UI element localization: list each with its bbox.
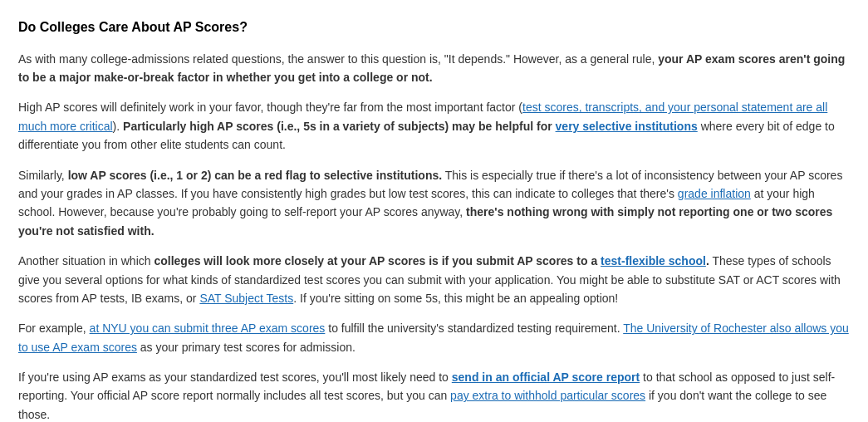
link-nyu-ap-scores[interactable]: at NYU you can submit three AP exam scor… bbox=[90, 321, 326, 335]
paragraph-1: As with many college-admissions related … bbox=[18, 50, 850, 87]
paragraph-6: If you're using AP exams as your standar… bbox=[18, 368, 850, 422]
paragraph-2: High AP scores will definitely work in y… bbox=[18, 98, 850, 154]
article-heading: Do Colleges Care About AP Scores? bbox=[18, 17, 850, 38]
link-sat-subject-tests[interactable]: SAT Subject Tests bbox=[199, 292, 293, 305]
link-withhold-particular-scores[interactable]: pay extra to withhold particular scores bbox=[450, 389, 645, 402]
link-grade-inflation[interactable]: grade inflation bbox=[678, 187, 751, 200]
paragraph-3: Similarly, low AP scores (i.e., 1 or 2) … bbox=[18, 166, 850, 241]
link-official-ap-score-report[interactable]: send in an official AP score report bbox=[452, 370, 640, 384]
paragraph-4: Another situation in which colleges will… bbox=[18, 252, 850, 307]
link-very-selective-institutions[interactable]: very selective institutions bbox=[556, 120, 698, 133]
paragraph-5: For example, at NYU you can submit three… bbox=[18, 319, 850, 356]
link-test-flexible-school[interactable]: test-flexible school bbox=[601, 254, 706, 267]
